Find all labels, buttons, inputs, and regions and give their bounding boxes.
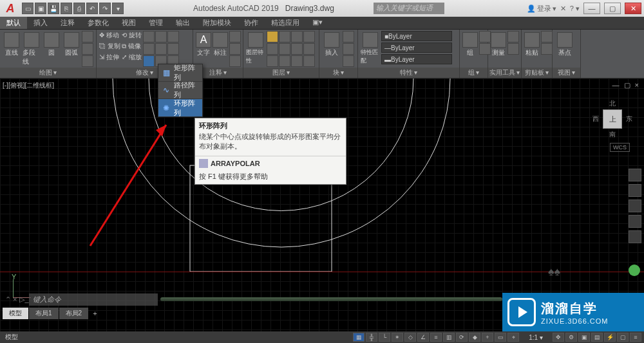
status-qp-icon[interactable]: ▭ [495,333,506,342]
draw-extra-icon[interactable] [82,31,93,42]
status-ws-icon[interactable]: ⚙ [565,333,577,342]
status-custom-icon[interactable]: ≡ [630,333,641,342]
status-annoscale-icon[interactable]: ✥ [553,333,564,342]
block-tool-icon[interactable] [343,31,354,42]
modify-tool-icon[interactable] [167,31,179,42]
qat-more-icon[interactable]: ▾ [112,3,124,14]
layer-tool-icon[interactable] [279,43,290,55]
annot-tool-icon[interactable] [229,55,241,67]
ribbon-tab-output[interactable]: 输出 [169,17,196,29]
status-isoplane-icon[interactable]: ▤ [591,333,603,342]
status-otrack-icon[interactable]: ∠ [417,333,429,342]
layout-tab-layout2[interactable]: 布局2 [59,308,89,319]
menu-item-polar-array[interactable]: ✺环形阵列 [158,99,202,116]
tool-insert-block[interactable]: 插入 [322,31,341,68]
status-transparency-icon[interactable]: ▥ [443,333,455,342]
tool-base[interactable]: 基点 [555,31,574,68]
exchange-icon[interactable]: ✕ [560,5,566,13]
command-input[interactable]: 键入命令 [29,293,158,306]
status-scale[interactable]: 1:1 ▾ [520,334,551,341]
modify-tool-icon[interactable] [155,31,167,42]
modify-tool-icon[interactable] [143,43,155,55]
tool-measure[interactable]: 测量 [491,31,506,68]
panel-draw-label[interactable]: 绘图 ▾ [0,68,96,78]
menu-item-rect-array[interactable]: ▦矩形阵列 [158,64,202,82]
panel-layers-label[interactable]: 图层 ▾ [243,68,319,78]
status-sc-icon[interactable]: ⌖ [507,333,519,342]
block-tool-icon[interactable] [343,43,354,55]
menu-item-path-array[interactable]: ∿路径阵列 [158,82,202,99]
modify-tool-icon[interactable] [167,43,179,55]
qat-redo-icon[interactable]: ↷ [99,3,111,14]
ribbon-tab-manage[interactable]: 管理 [142,17,169,29]
status-hardware-icon[interactable]: ⚡ [604,333,616,342]
minimize-button[interactable]: — [583,3,600,14]
tool-rotate[interactable]: ⟲ 旋转 [122,31,142,40]
qat-open-icon[interactable]: ▣ [35,3,46,14]
tool-scale[interactable]: ⤢ 缩放 [122,53,142,62]
layout-tab-model[interactable]: 模型 [3,308,28,319]
layer-tool-icon[interactable] [267,43,278,55]
layout-add-button[interactable]: + [89,308,100,319]
status-3dosnap-icon[interactable]: ◆ [469,333,480,342]
tool-line[interactable]: 直线 [3,31,21,68]
panel-util-label[interactable]: 实用工具 ▾ [488,68,521,78]
layout-tab-layout1[interactable]: 布局1 [29,308,59,319]
layer-tool-icon[interactable] [267,55,278,67]
app-logo[interactable]: A [3,1,18,16]
tool-text[interactable]: A文字 [196,31,211,68]
ribbon-tab-addins[interactable]: 附加模块 [196,17,238,29]
tool-layer-properties[interactable]: 图层特性 [246,31,265,68]
tool-match-properties[interactable]: 特性匹配 [361,31,380,68]
status-model-label[interactable]: 模型 [5,333,18,342]
modify-tool-icon[interactable] [155,43,167,55]
tool-group[interactable]: 组 [462,31,478,68]
qat-undo-icon[interactable]: ↶ [86,3,98,14]
command-history-icon[interactable]: ⌃ × [3,295,19,304]
ribbon-tab-extra[interactable]: ▣▾ [306,17,329,29]
help-icon[interactable]: ? ▾ [570,5,580,13]
draw-extra-icon[interactable] [82,55,93,67]
close-button[interactable]: ✕ [625,3,641,14]
modify-tool-icon[interactable] [143,31,155,42]
ribbon-tab-annotate[interactable]: 注释 [54,17,81,29]
tool-polyline[interactable]: 多段线 [23,31,41,68]
color-combo[interactable]: ■ ByLayer [381,31,452,41]
maximize-button[interactable]: ▢ [604,3,621,14]
ribbon-tab-featured[interactable]: 精选应用 [265,17,306,29]
clip-tool-icon[interactable] [541,43,553,55]
tool-arc[interactable]: 圆弧 [62,31,80,68]
search-input[interactable]: 输入关键字或短语 [374,3,444,14]
status-cleanscreen-icon[interactable]: ▢ [617,333,629,342]
tool-copy[interactable]: ⿻ 复制 [99,42,120,51]
layer-state-icon[interactable] [291,31,303,42]
command-line[interactable]: ⌃ × ▷_ 键入命令 [3,293,502,306]
layer-tool-icon[interactable] [291,43,303,55]
layer-state-icon[interactable] [303,31,315,42]
ribbon-tab-parametric[interactable]: 参数化 [81,17,115,29]
status-dyn-icon[interactable]: + [482,333,493,342]
util-tool-icon[interactable] [507,43,519,55]
tool-stretch[interactable]: ⇲ 拉伸 [99,53,120,62]
clip-tool-icon[interactable] [541,31,553,42]
qat-plot-icon[interactable]: ⎙ [73,3,85,14]
tool-paste[interactable]: 粘贴 [524,31,540,68]
ribbon-tab-default[interactable]: 默认 [0,17,27,29]
tool-mirror[interactable]: ⧉ 镜像 [122,42,142,51]
linetype-combo[interactable]: — ByLayer [381,42,452,53]
qat-save-icon[interactable]: 💾 [48,3,59,14]
status-ortho-icon[interactable]: └ [379,333,390,342]
status-osnap-icon[interactable]: ◇ [404,333,416,342]
qat-new-icon[interactable]: ▭ [22,3,33,14]
block-tool-icon[interactable] [343,55,354,67]
layer-tool-icon[interactable] [291,55,303,67]
ribbon-tab-collab[interactable]: 协作 [238,17,265,29]
layer-state-icon[interactable] [267,31,278,42]
panel-block-label[interactable]: 块 ▾ [319,68,357,78]
util-tool-icon[interactable] [507,31,519,42]
panel-group-label[interactable]: 组 ▾ [460,68,488,78]
layer-state-icon[interactable] [279,31,290,42]
login-button[interactable]: 👤 登录 ▾ [527,4,556,14]
panel-props-label[interactable]: 特性 ▾ [358,68,459,78]
annot-tool-icon[interactable] [229,43,241,55]
